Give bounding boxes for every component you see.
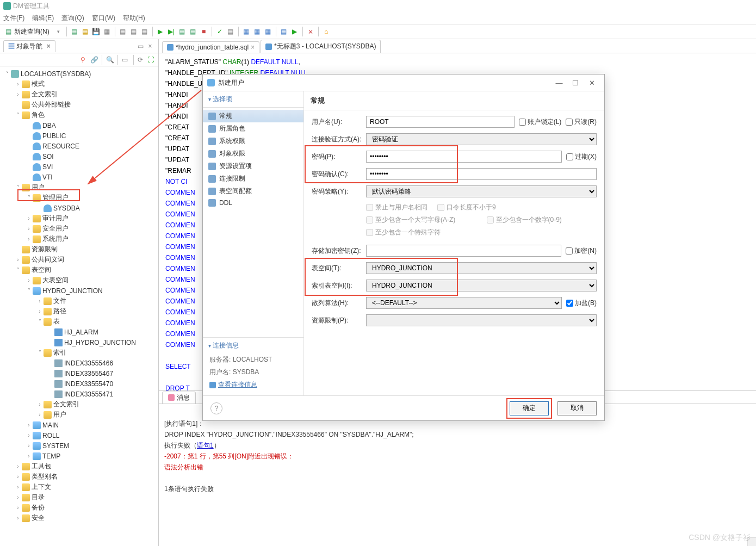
tree-item[interactable]: 表空间 <box>32 265 51 275</box>
run-icon[interactable]: ▶ <box>156 27 165 36</box>
tree-item[interactable]: 用户 <box>32 183 45 192</box>
home-icon[interactable]: ⌂ <box>321 27 331 36</box>
auth-select[interactable]: 密码验证 <box>366 133 597 145</box>
policy-opt-1[interactable]: 禁止与用户名相同 <box>366 203 427 212</box>
index-tablespace-select[interactable]: HYDRO_JUNCTION <box>366 280 597 291</box>
nav-item-sys-priv[interactable]: 系统权限 <box>203 135 303 147</box>
nav-item-ddl[interactable]: DDL <box>203 197 303 208</box>
tree-item[interactable]: RESOURCE <box>42 142 79 150</box>
grid-icon-3[interactable]: ▦ <box>263 27 273 36</box>
toolbar-btn-5[interactable]: ▤ <box>118 27 128 36</box>
output-body[interactable]: [执行语句1]： DROP INDEX "HYDRO_JUNCTION"."IN… <box>159 404 756 546</box>
link-icon[interactable]: 🔗 <box>90 56 98 64</box>
tree-item[interactable]: 类型别名 <box>32 472 58 481</box>
toolbar-btn-10[interactable]: ▤ <box>226 27 236 36</box>
tree-item[interactable]: INDEX33555471 <box>64 390 113 398</box>
check-icon[interactable]: ✓ <box>215 27 225 36</box>
policy-opt-3[interactable]: 至少包含一个大写字母(A-Z) <box>366 215 477 225</box>
tree-item[interactable]: DBA <box>42 122 56 129</box>
tree-item[interactable]: SVI <box>42 163 53 171</box>
menu-help[interactable]: 帮助(H) <box>123 14 145 23</box>
sidebar-tab-nav[interactable]: ☰ 对象导航 × <box>3 40 55 52</box>
conn-view-link[interactable]: 查看连接信息 <box>203 379 303 391</box>
toolbar-btn-9[interactable]: ▤ <box>188 27 198 36</box>
toolbar-btn-6[interactable]: ▤ <box>129 27 139 36</box>
storekey-input[interactable] <box>366 245 561 257</box>
editor-tab-2[interactable]: *无标题3 - LOCALHOST(SYSDBA) <box>261 40 381 53</box>
lock-checkbox[interactable]: 账户锁定(L) <box>519 117 562 127</box>
stop-icon[interactable]: ■ <box>199 27 209 36</box>
tree-item[interactable]: 表 <box>53 317 60 326</box>
menu-file[interactable]: 文件(F) <box>3 14 24 23</box>
help-button[interactable]: ? <box>210 402 222 414</box>
grid-icon-2[interactable]: ▦ <box>252 27 262 36</box>
output-tab-messages[interactable]: 消息 <box>162 392 196 404</box>
tree-item[interactable]: 公共同义词 <box>32 255 64 264</box>
dropdown-icon[interactable]: ▾ <box>54 27 64 36</box>
cancel-button[interactable]: 取消 <box>557 401 597 415</box>
tree-item[interactable]: 工具包 <box>32 462 51 471</box>
password-input[interactable] <box>366 151 562 163</box>
editor-tab-1[interactable]: *hydro_junction_table.sql× <box>162 41 259 53</box>
stop-icon-2[interactable]: ⨯ <box>306 27 315 36</box>
toolbar-btn-11[interactable]: ▤ <box>279 27 289 36</box>
tree-item[interactable]: 路径 <box>53 307 66 316</box>
menu-edit[interactable]: 编辑(E) <box>32 14 54 23</box>
filter-icon[interactable]: ⚲ <box>80 56 88 64</box>
refresh-icon[interactable]: ⟳ <box>138 56 145 64</box>
toolbar-btn-7[interactable]: ▤ <box>140 27 150 36</box>
save-icon[interactable]: 💾 <box>91 27 101 36</box>
menu-window[interactable]: 窗口(W) <box>92 14 115 23</box>
salt-checkbox[interactable]: 加盐(B) <box>566 299 597 308</box>
tree-item[interactable]: 备份 <box>32 503 45 512</box>
tree-item[interactable]: 文件 <box>53 296 66 306</box>
collapse-icon[interactable]: ▭ <box>122 56 129 64</box>
tree-item[interactable]: ROLL <box>42 432 59 439</box>
expand-all-icon[interactable]: ⛶ <box>147 56 155 64</box>
toolbar-btn-8[interactable]: ▤ <box>177 27 187 36</box>
tree-item[interactable]: 目录 <box>32 493 45 502</box>
close-icon[interactable]: × <box>47 42 51 50</box>
tree-item[interactable]: 大表空间 <box>42 276 69 285</box>
tree-item[interactable]: MAIN <box>42 421 59 429</box>
close-button[interactable]: ✕ <box>584 79 600 87</box>
tree-item[interactable]: 上下文 <box>32 482 51 492</box>
tree-item[interactable]: 用户 <box>53 410 66 419</box>
tree-item[interactable]: 角色 <box>32 110 45 120</box>
tree-item[interactable]: PUBLIC <box>42 132 66 140</box>
output-link[interactable]: 语句1 <box>197 442 214 449</box>
tree-item[interactable]: 安全用户 <box>42 224 69 233</box>
tablespace-select[interactable]: HYDRO_JUNCTION <box>366 262 597 274</box>
new-query-icon[interactable]: ▤ <box>3 27 13 36</box>
encrypt-checkbox[interactable]: 加密(N) <box>566 246 597 256</box>
expire-checkbox[interactable]: 过期(X) <box>566 152 597 162</box>
grid-icon-1[interactable]: ▦ <box>241 27 251 36</box>
readonly-checkbox[interactable]: 只读(R) <box>566 117 597 127</box>
tree-item[interactable]: HJ_HYDRO_JUNCTION <box>64 339 136 346</box>
tree-item[interactable]: 索引 <box>53 348 66 357</box>
tree-item[interactable]: 公共外部链接 <box>32 100 71 109</box>
search-icon[interactable]: 🔍 <box>106 56 114 64</box>
reslimit-select[interactable] <box>366 314 597 326</box>
maximize-button[interactable]: ☐ <box>567 79 584 87</box>
object-tree[interactable]: ˅LOCALHOST(SYSDBA) ›模式 ›全文索引 公共外部链接 ˅角色 … <box>0 66 158 546</box>
tree-item[interactable]: 安全 <box>32 513 45 523</box>
toolbar-btn-1[interactable]: ▤ <box>70 27 79 36</box>
tree-item[interactable]: 模式 <box>32 79 45 89</box>
tree-item[interactable]: SYSDBA <box>53 204 80 212</box>
tree-root[interactable]: LOCALHOST(SYSDBA) <box>21 70 91 78</box>
nav-item-general[interactable]: 常规 <box>203 110 303 122</box>
nav-item-obj-priv[interactable]: 对象权限 <box>203 147 303 160</box>
tree-item[interactable]: TEMP <box>42 452 60 460</box>
tree-item[interactable]: INDEX33555466 <box>64 359 113 367</box>
tree-item[interactable]: VTI <box>42 173 53 181</box>
nav-item-conn-limit[interactable]: 连接限制 <box>203 172 303 185</box>
tree-item[interactable]: INDEX33555467 <box>64 370 113 377</box>
toolbar-btn-4[interactable]: ▦ <box>102 27 112 36</box>
toolbar-btn-2[interactable]: ▤ <box>80 27 90 36</box>
ok-button[interactable]: 确定 <box>510 401 549 415</box>
tree-item[interactable]: 全文索引 <box>32 90 58 99</box>
toolbar-btn-12[interactable]: ▶ <box>290 27 300 36</box>
tree-item[interactable]: HJ_ALARM <box>64 328 98 336</box>
tree-item[interactable]: 资源限制 <box>32 245 58 254</box>
